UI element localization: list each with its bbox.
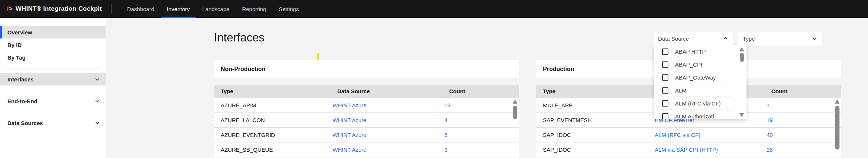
app-title: WHINT® Integration Cockpit <box>16 5 102 13</box>
card-gap <box>214 78 519 85</box>
non-production-table-header: Type Data Source Count <box>214 85 519 98</box>
text-cursor <box>657 35 657 42</box>
cell-data-source-link[interactable]: WHINT Azure <box>333 142 366 157</box>
chevron-down-icon <box>94 120 100 126</box>
column-header-data-source: Data Source <box>337 85 370 98</box>
checkbox-unchecked-icon[interactable] <box>662 48 668 55</box>
chevron-down-icon[interactable] <box>811 36 817 41</box>
checkbox-unchecked-icon[interactable] <box>662 87 668 94</box>
nav-tabs: Dashboard Inventory Landscape Reporting … <box>121 0 305 18</box>
chevron-down-icon <box>94 98 100 104</box>
cell-data-source-link[interactable]: ALM via SAP CPI (HTTP) <box>655 142 718 157</box>
cell-data-source-link[interactable]: ALM (RFC via CF) <box>655 128 700 142</box>
data-source-filter-combobox[interactable]: Data Source <box>654 32 733 45</box>
cell-type: AZURE_SB_QUEUE <box>221 142 273 157</box>
dropdown-option-label: ABAP_CPI <box>675 61 702 68</box>
nav-tab-inventory[interactable]: Inventory <box>161 0 196 18</box>
chevron-up-icon[interactable] <box>722 36 728 41</box>
column-header-type: Type <box>543 85 555 98</box>
page-title: Interfaces <box>214 31 264 44</box>
dropdown-option-label: ABAP_GateWay <box>675 74 716 81</box>
sidebar-section-data-sources[interactable]: Data Sources <box>0 117 106 129</box>
sidebar-section-end-to-end[interactable]: End-to-End <box>0 95 106 107</box>
scroll-down-icon[interactable] <box>739 113 744 117</box>
table-scrollbar[interactable] <box>513 100 518 158</box>
cell-data-source-link[interactable]: WHINT Azure <box>333 98 366 113</box>
sidebar-divider <box>6 90 100 90</box>
column-header-type: Type <box>221 85 233 98</box>
non-production-card-title: Non-Production <box>214 60 519 78</box>
nav-tab-dashboard[interactable]: Dashboard <box>121 0 160 18</box>
table-row: AZURE_LA_CON WHINT Azure 4 <box>214 113 519 128</box>
cell-type: AZURE_LA_CON <box>221 113 265 128</box>
app-screen: / > WHINT® Integration Cockpit Dashboard… <box>0 0 868 158</box>
cell-type: AZURE_APIM <box>221 98 256 113</box>
dropdown-option[interactable]: ABAP HTTP <box>654 45 747 58</box>
sidebar-item-by-id[interactable]: By ID <box>0 38 106 51</box>
cell-type: SAP_EVENTMESH <box>543 113 592 128</box>
dropdown-option[interactable]: ALM <box>654 84 747 97</box>
cell-type: SAP_IDOC <box>543 128 571 142</box>
table-row: AZURE_APIM WHINT Azure 13 <box>214 98 519 113</box>
sidebar-section-label: Interfaces <box>7 76 34 83</box>
data-source-filter-placeholder: Data Source <box>658 36 689 42</box>
non-production-table-body: AZURE_APIM WHINT Azure 13 AZURE_LA_CON W… <box>214 98 519 157</box>
top-navigation-bar: / > WHINT® Integration Cockpit Dashboard… <box>0 0 868 18</box>
scroll-up-icon[interactable] <box>835 100 840 104</box>
type-filter-placeholder: Type <box>743 36 755 42</box>
sidebar-divider <box>6 68 100 68</box>
column-header-count: Count <box>771 85 787 98</box>
cell-count-link[interactable]: 3 <box>444 142 447 157</box>
type-filter-combobox[interactable]: Type <box>738 32 822 45</box>
nav-tab-landscape[interactable]: Landscape <box>196 0 236 18</box>
app-logo[interactable]: / > WHINT® Integration Cockpit <box>7 5 102 13</box>
cell-count-link[interactable]: 13 <box>444 98 451 113</box>
logo-gt-icon: > <box>9 5 13 13</box>
yellow-cursor-marker <box>317 53 319 60</box>
column-header-count: Count <box>449 85 465 98</box>
data-source-dropdown-panel: ABAP HTTP ABAP_CPI ABAP_GateWay ALM ALM … <box>654 45 747 119</box>
cell-type: SAP_IDOC <box>543 142 571 157</box>
table-scrollbar[interactable] <box>835 100 840 158</box>
scrollbar-thumb[interactable] <box>740 53 744 62</box>
cell-count-link[interactable]: 1 <box>767 98 769 113</box>
nav-divider <box>111 4 112 14</box>
sidebar-section-interfaces[interactable]: Interfaces <box>0 73 106 85</box>
cell-count-link[interactable]: 4 <box>444 113 447 128</box>
cell-data-source-link[interactable]: WHINT Azure <box>333 113 366 128</box>
cell-data-source-link[interactable]: WHINT Azure <box>333 128 366 142</box>
nav-tab-settings[interactable]: Settings <box>273 0 305 18</box>
cell-count-link[interactable]: 40 <box>767 128 773 142</box>
dropdown-option-label: ALM <box>675 87 687 94</box>
scrollbar-thumb[interactable] <box>835 106 839 149</box>
logo-slash-icon: / <box>7 5 9 13</box>
chevron-down-icon <box>94 76 100 82</box>
table-row: SAP_IDOC ALM (RFC via CF) 40 <box>536 128 841 142</box>
cell-count-link[interactable]: 5 <box>444 128 447 142</box>
scroll-up-icon[interactable] <box>739 47 744 51</box>
sidebar-item-overview[interactable]: Overview <box>0 26 106 38</box>
dropdown-option[interactable]: ALM Authorizati <box>654 110 747 119</box>
cell-type: MULE_APP <box>543 98 572 113</box>
sidebar-item-by-tag[interactable]: By Tag <box>0 51 106 64</box>
non-production-card: Non-Production Type Data Source Count AZ… <box>214 60 519 157</box>
cell-count-link[interactable]: 19 <box>767 113 773 128</box>
table-row: AZURE_EVENTGRID WHINT Azure 5 <box>214 128 519 142</box>
checkbox-unchecked-icon[interactable] <box>662 100 668 107</box>
checkbox-unchecked-icon[interactable] <box>662 113 668 119</box>
scrollbar-thumb[interactable] <box>513 106 517 119</box>
dropdown-option-label: ALM Authorizati <box>675 113 714 119</box>
sidebar-section-label: Data Sources <box>7 120 43 126</box>
scroll-up-icon[interactable] <box>513 100 518 104</box>
checkbox-unchecked-icon[interactable] <box>662 61 668 68</box>
dropdown-scrollbar[interactable] <box>739 47 745 118</box>
sidebar: Overview By ID By Tag Interfaces End-to-… <box>0 18 106 158</box>
dropdown-option[interactable]: ABAP_GateWay <box>654 71 747 84</box>
nav-tab-reporting[interactable]: Reporting <box>236 0 273 18</box>
cell-count-link[interactable]: 28 <box>767 142 773 157</box>
dropdown-option[interactable]: ABAP_CPI <box>654 58 747 71</box>
dropdown-option[interactable]: ALM (RFC via CF) <box>654 97 747 110</box>
sidebar-section-label: End-to-End <box>7 98 37 104</box>
checkbox-unchecked-icon[interactable] <box>662 74 668 81</box>
table-row: AZURE_SB_QUEUE WHINT Azure 3 <box>214 142 519 157</box>
